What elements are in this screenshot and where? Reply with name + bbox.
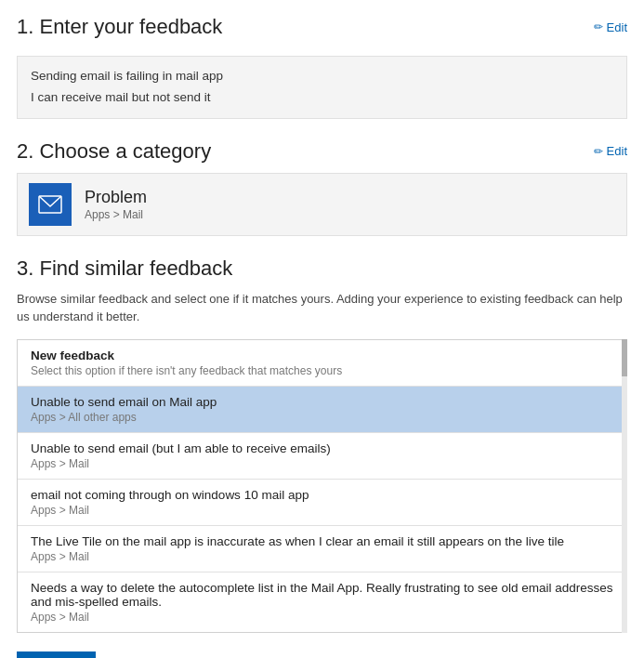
feedback-list-wrapper: New feedbackSelect this option if there …	[17, 339, 627, 633]
step2-category-box: Problem Apps > Mail	[17, 173, 627, 236]
category-path: Apps > Mail	[85, 208, 147, 221]
category-type: Problem	[85, 188, 147, 207]
feedback-list-item[interactable]: Unable to send email on Mail appApps > A…	[18, 387, 626, 433]
feedback-item-title: Unable to send email (but I am able to r…	[31, 441, 613, 455]
step2-title: 2. Choose a category	[17, 139, 211, 164]
step1-header: 1. Enter your feedback ✏ Edit	[17, 15, 627, 39]
feedback-item-title: Unable to send email on Mail app	[31, 395, 613, 409]
feedback-list-item[interactable]: New feedbackSelect this option if there …	[18, 340, 626, 387]
feedback-item-sub: Apps > Mail	[31, 504, 613, 517]
feedback-item-sub: Apps > All other apps	[31, 411, 613, 424]
step1-edit-link[interactable]: ✏ Edit	[594, 20, 627, 34]
scrollbar[interactable]	[622, 339, 627, 633]
mail-icon	[38, 192, 62, 217]
step1-title: 1. Enter your feedback	[17, 15, 222, 39]
feedback-list-item[interactable]: email not coming through on windows 10 m…	[18, 480, 626, 526]
feedback-item-sub: Apps > Mail	[31, 611, 613, 624]
feedback-item-sub: Apps > Mail	[31, 457, 613, 470]
step3-title: 3. Find similar feedback	[17, 257, 627, 281]
feedback-list-item[interactable]: Needs a way to delete the autocomplete l…	[18, 572, 626, 632]
feedback-list-item[interactable]: The Live Tile on the mail app is inaccur…	[18, 526, 626, 572]
feedback-item-sub: Select this option if there isn't any fe…	[31, 364, 613, 377]
feedback-item-title: The Live Tile on the mail app is inaccur…	[31, 534, 613, 548]
feedback-item-title: Needs a way to delete the autocomplete l…	[31, 581, 613, 609]
feedback-item-sub: Apps > Mail	[31, 550, 613, 563]
step2-edit-link[interactable]: ✏ Edit	[594, 144, 627, 158]
category-info: Problem Apps > Mail	[85, 188, 147, 221]
edit-pencil-icon: ✏	[594, 20, 603, 33]
next-button[interactable]: Next	[17, 651, 96, 658]
step3-header: 3. Find similar feedback Browse similar …	[17, 257, 627, 326]
feedback-list-item[interactable]: Unable to send email (but I am able to r…	[18, 433, 626, 480]
step1-feedback-box: Sending email is failing in mail app I c…	[17, 56, 627, 119]
feedback-line-1: Sending email is failing in mail app	[31, 66, 613, 87]
scrollbar-thumb[interactable]	[622, 339, 627, 376]
step1-edit-label: Edit	[607, 20, 627, 34]
edit-pencil-icon-2: ✏	[594, 145, 603, 158]
feedback-line-2: I can receive mail but not send it	[31, 87, 613, 109]
step3-description: Browse similar feedback and select one i…	[17, 290, 627, 326]
feedback-item-title: email not coming through on windows 10 m…	[31, 488, 613, 502]
feedback-item-title: New feedback	[31, 349, 613, 362]
step2-header: 2. Choose a category ✏ Edit	[17, 139, 627, 164]
feedback-list: New feedbackSelect this option if there …	[17, 339, 627, 633]
category-icon-container	[29, 183, 72, 226]
step2-edit-label: Edit	[607, 144, 627, 158]
